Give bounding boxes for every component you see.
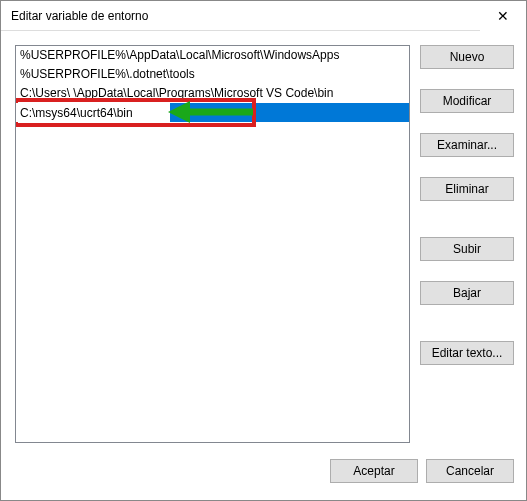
window-title: Editar variable de entorno: [11, 9, 148, 23]
title-bar: Editar variable de entorno ✕: [1, 1, 526, 31]
path-list-item[interactable]: %USERPROFILE%\.dotnet\tools: [16, 65, 409, 84]
path-list-item[interactable]: [16, 103, 409, 122]
move-up-button[interactable]: Subir: [420, 237, 514, 261]
edit-button[interactable]: Modificar: [420, 89, 514, 113]
side-button-column: Nuevo Modificar Examinar... Eliminar Sub…: [420, 45, 514, 451]
close-icon: ✕: [497, 8, 509, 24]
path-listbox[interactable]: %USERPROFILE%\AppData\Local\Microsoft\Wi…: [15, 45, 410, 443]
path-edit-input[interactable]: [16, 103, 170, 122]
dialog-bottom-bar: Aceptar Cancelar: [1, 451, 526, 491]
dialog-content: %USERPROFILE%\AppData\Local\Microsoft\Wi…: [1, 31, 526, 451]
close-button[interactable]: ✕: [480, 1, 526, 31]
delete-button[interactable]: Eliminar: [420, 177, 514, 201]
move-down-button[interactable]: Bajar: [420, 281, 514, 305]
ok-button[interactable]: Aceptar: [330, 459, 418, 483]
edit-text-button[interactable]: Editar texto...: [420, 341, 514, 365]
new-button[interactable]: Nuevo: [420, 45, 514, 69]
path-list-item[interactable]: C:\Users\ \AppData\Local\Programs\Micros…: [16, 84, 409, 103]
path-list-item[interactable]: %USERPROFILE%\AppData\Local\Microsoft\Wi…: [16, 46, 409, 65]
browse-button[interactable]: Examinar...: [420, 133, 514, 157]
cancel-button[interactable]: Cancelar: [426, 459, 514, 483]
